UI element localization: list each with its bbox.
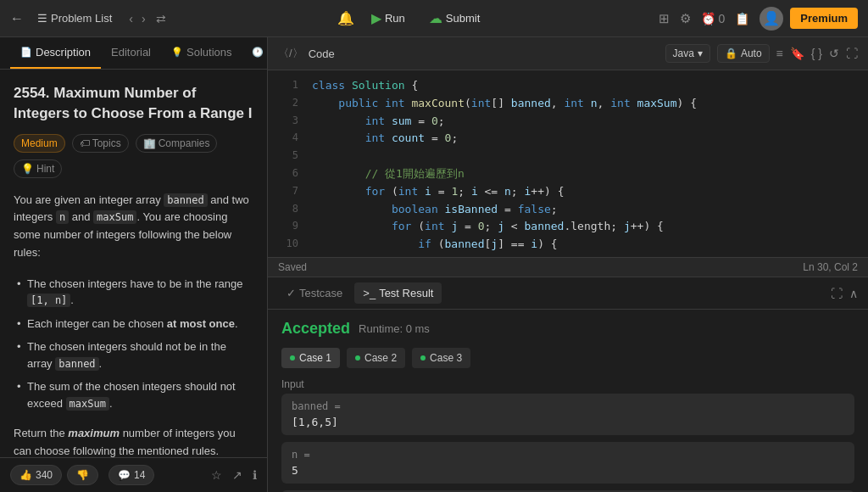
case-2-tab[interactable]: Case 2	[347, 348, 405, 368]
navbar: ← ☰ Problem List ‹ › ⇄ 🔔 ▶ Run ☁ Submit …	[0, 0, 868, 37]
note-icon[interactable]: 📋	[735, 12, 749, 25]
upvote-button[interactable]: 👍 340	[10, 465, 62, 485]
comments-button[interactable]: 💬 14	[108, 465, 154, 485]
code-line-7: 7 for (int i = 1; i <= n; i++) {	[268, 183, 868, 201]
next-arrow[interactable]: ›	[138, 8, 149, 29]
accepted-label: Accepted	[281, 320, 350, 338]
case-1-dot	[290, 355, 295, 361]
avatar[interactable]: 👤	[760, 7, 783, 31]
companies-badge[interactable]: 🏢 Companies	[136, 134, 218, 153]
editor-title: 〈/〉 Code	[278, 46, 335, 61]
n-input-box: n = 5	[281, 442, 854, 484]
code-line-3: 3 int sum = 0;	[268, 113, 868, 131]
code-editor[interactable]: 1 class Solution { 2 public int maxCount…	[268, 70, 868, 257]
test-header: ✓ Testcase >_ Test Result ⛶ ∧	[268, 277, 868, 310]
shuffle-icon[interactable]: ⇄	[156, 12, 166, 25]
rule-2: Each integer can be chosen at most once.	[14, 312, 253, 336]
testcase-tab[interactable]: ✓ Testcase	[278, 282, 351, 304]
right-panel: 〈/〉 Code Java ▾ 🔒 Auto ≡ 🔖 { } ↺ ⛶	[268, 37, 868, 492]
code-line-9: 9 for (int j = 0; j < banned.length; j++…	[268, 218, 868, 236]
bookmark-icon[interactable]: 🔖	[790, 47, 804, 60]
auto-select[interactable]: 🔒 Auto	[717, 44, 770, 63]
case-tabs: Case 1 Case 2 Case 3	[281, 348, 854, 368]
topics-badge[interactable]: 🏷 Topics	[72, 134, 129, 153]
grid-icon[interactable]: ⊞	[659, 11, 670, 26]
test-header-icons: ⛶ ∧	[831, 287, 858, 300]
result-status: Accepted Runtime: 0 ms	[281, 320, 854, 338]
editor-status: Saved Ln 30, Col 2	[268, 257, 868, 277]
building-icon: 🏢	[143, 137, 156, 149]
description-icon: 📄	[20, 47, 32, 58]
collapse-icon[interactable]: ∧	[849, 287, 858, 300]
saved-status: Saved	[278, 261, 307, 273]
code-line-4: 4 int count = 0;	[268, 130, 868, 148]
test-section: ✓ Testcase >_ Test Result ⛶ ∧ Accepted	[268, 277, 868, 492]
more-icon[interactable]: ℹ	[253, 468, 257, 482]
code-line-10: 10 if (banned[j] == i) {	[268, 236, 868, 254]
code-line-1: 1 class Solution {	[268, 77, 868, 95]
play-icon: ▶	[371, 10, 381, 26]
downvote-button[interactable]: 👎	[67, 465, 98, 485]
code-line-8: 8 boolean isBanned = false;	[268, 201, 868, 219]
editor-title-text: Code	[309, 48, 335, 60]
undo-icon[interactable]: ↺	[829, 47, 839, 60]
case-1-tab[interactable]: Case 1	[281, 348, 340, 368]
format-icon[interactable]: { }	[811, 47, 822, 60]
thumbsdown-icon: 👎	[76, 469, 89, 481]
test-tabs: ✓ Testcase >_ Test Result	[278, 282, 442, 304]
vote-section: 👍 340 👎	[10, 465, 98, 485]
timer-icon[interactable]: ⏰ 0	[701, 12, 726, 25]
auto-label: Auto	[741, 48, 762, 59]
input-section: Input banned = [1,6,5] n = 5 maxSum = 6	[281, 378, 854, 492]
prev-arrow[interactable]: ‹	[125, 8, 136, 29]
nav-icons: ⊞ ⚙ ⏰ 0 📋 👤	[659, 7, 784, 31]
test-content: Accepted Runtime: 0 ms Case 1 Case 2	[268, 310, 868, 492]
case-3-tab[interactable]: Case 3	[412, 348, 470, 368]
settings-icon[interactable]: ⚙	[680, 11, 691, 26]
run-label: Run	[385, 12, 405, 25]
test-result-tab[interactable]: >_ Test Result	[354, 282, 442, 304]
share-icon[interactable]: ↗	[232, 468, 242, 482]
code-line-2: 2 public int maxCount(int[] banned, int …	[268, 95, 868, 113]
banned-input-box: banned = [1,6,5]	[281, 394, 854, 435]
submit-icon: ☁	[429, 10, 442, 26]
rules-list: The chosen integers have to be in the ra…	[14, 272, 253, 416]
tab-solutions[interactable]: 💡 Solutions	[161, 37, 242, 69]
return-text: Return the maximum number of integers yo…	[14, 425, 253, 457]
bottom-bar: 👍 340 👎 💬 14 ☆ ↗ ℹ	[0, 457, 267, 492]
solutions-icon: 💡	[171, 47, 183, 58]
vote-count: 340	[36, 469, 53, 481]
problem-list-label: Problem List	[51, 12, 112, 25]
nav-arrows: ‹ ›	[125, 8, 148, 29]
bulb-icon: 💡	[21, 163, 34, 175]
run-button[interactable]: ▶ Run	[364, 7, 412, 30]
list-icon[interactable]: ≡	[776, 47, 783, 60]
code-line-6: 6 // 從1開始遍歷到n	[268, 165, 868, 183]
lock-icon: 🔒	[725, 48, 737, 59]
premium-button[interactable]: Premium	[790, 8, 858, 29]
badges: Medium 🏷 Topics 🏢 Companies 💡 Hint	[14, 134, 253, 178]
back-icon[interactable]: ←	[10, 11, 24, 26]
editor-header: 〈/〉 Code Java ▾ 🔒 Auto ≡ 🔖 { } ↺ ⛶	[268, 37, 868, 70]
problem-title: 2554. Maximum Number of Integers to Choo…	[14, 83, 253, 124]
language-selector[interactable]: Java ▾	[665, 44, 710, 63]
comment-icon: 💬	[118, 469, 131, 481]
chevron-down-icon: ▾	[698, 48, 703, 59]
left-panel: 📄 Description Editorial 💡 Solutions 🕐 Su…	[0, 37, 268, 492]
tab-editorial[interactable]: Editorial	[101, 37, 161, 69]
fullscreen-icon[interactable]: ⛶	[846, 47, 858, 60]
problem-list-nav[interactable]: ☰ Problem List	[31, 8, 119, 28]
banned-label: banned =	[292, 400, 844, 412]
fire-icon: 🔔	[337, 10, 354, 26]
terminal-icon: >_	[363, 287, 376, 299]
tab-description[interactable]: 📄 Description	[10, 37, 101, 69]
runtime-text: Runtime: 0 ms	[359, 322, 430, 335]
submit-button[interactable]: ☁ Submit	[422, 7, 487, 30]
code-line-5: 5	[268, 148, 868, 165]
star-icon[interactable]: ☆	[211, 468, 222, 482]
difficulty-badge[interactable]: Medium	[14, 134, 65, 153]
tab-submissions[interactable]: 🕐 Submissions	[242, 37, 268, 69]
hint-badge[interactable]: 💡 Hint	[14, 159, 62, 178]
expand-icon[interactable]: ⛶	[831, 287, 843, 300]
tag-icon: 🏷	[80, 137, 90, 149]
